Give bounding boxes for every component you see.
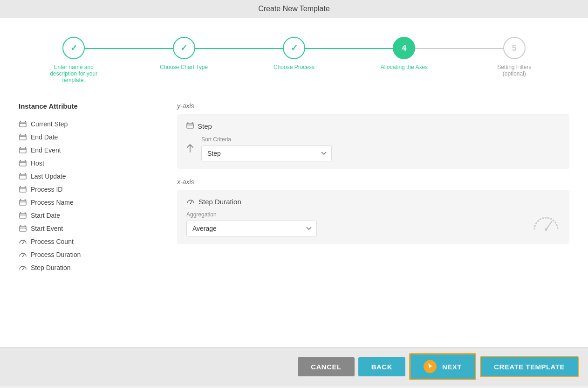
svg-point-13 xyxy=(190,203,191,204)
step-3-label: Choose Process xyxy=(273,64,315,70)
attr-process-count[interactable]: Process Count xyxy=(19,235,149,248)
step-2-label: Choose Chart Type xyxy=(160,64,208,70)
aggregation-label: Aggregation xyxy=(186,211,523,218)
step-4: 4 Allocating the Axes xyxy=(349,37,459,70)
step-1: ✓ Enter name and description for your te… xyxy=(19,37,129,83)
x-axis-card: Step Duration Aggregation Average Sum Mi… xyxy=(177,190,569,244)
svg-point-9 xyxy=(22,243,23,244)
stepper-active-line xyxy=(74,48,404,49)
y-axis-card-header: Step xyxy=(186,122,560,131)
attr-current-step[interactable]: Current Step xyxy=(19,118,149,131)
back-button[interactable]: BACK xyxy=(358,357,405,376)
step-4-circle: 4 xyxy=(393,37,415,59)
svg-rect-7 xyxy=(20,214,26,218)
svg-rect-1 xyxy=(20,135,26,140)
x-axis-card-header: Step Duration xyxy=(186,198,560,206)
instance-attribute-title: Instance Attribute xyxy=(19,102,149,110)
cube-icon-start-event xyxy=(19,224,27,233)
attr-host[interactable]: Host xyxy=(19,157,149,170)
y-axis-cube-icon xyxy=(186,122,194,131)
step-2-circle: ✓ xyxy=(173,37,195,59)
attr-end-event[interactable]: End Event xyxy=(19,144,149,157)
cube-icon-last-update xyxy=(19,172,27,180)
gauge-icon-process-count xyxy=(19,237,27,246)
attr-last-update[interactable]: Last Update xyxy=(19,170,149,183)
cube-icon-process-name xyxy=(19,198,27,207)
step-5: 5 Setting Filters (optional) xyxy=(459,37,569,77)
attr-process-duration[interactable]: Process Duration xyxy=(19,248,149,261)
step-5-label: Setting Filters (optional) xyxy=(486,64,542,77)
bottom-bar: CANCEL BACK NEXT CREATE TEMPLATE xyxy=(0,347,588,386)
attr-process-id-label: Process ID xyxy=(31,186,62,193)
step-5-circle: 5 xyxy=(503,37,526,59)
step-3-circle: ✓ xyxy=(283,37,305,59)
attr-last-update-label: Last Update xyxy=(31,173,66,180)
next-button-label: NEXT xyxy=(442,363,462,371)
svg-rect-6 xyxy=(20,201,26,205)
svg-point-14 xyxy=(545,228,547,231)
title-text: Create New Template xyxy=(258,5,330,13)
y-axis-card-body: Sort Criteria Step Count Duration xyxy=(186,136,560,161)
cancel-button[interactable]: CANCEL xyxy=(298,357,355,376)
svg-rect-12 xyxy=(187,124,193,128)
cube-icon-current-step xyxy=(19,120,27,128)
cube-icon-start-date xyxy=(19,211,27,220)
attr-process-count-label: Process Count xyxy=(31,238,74,245)
y-axis-card-name: Step xyxy=(198,122,212,130)
attr-end-date[interactable]: End Date xyxy=(19,131,149,144)
up-arrow-icon xyxy=(186,144,194,155)
cube-icon-end-date xyxy=(19,133,27,141)
left-panel: Instance Attribute Current Step xyxy=(19,102,149,274)
attr-start-event-label: Start Event xyxy=(31,225,63,232)
attr-end-date-label: End Date xyxy=(31,133,58,141)
stepper: ✓ Enter name and description for your te… xyxy=(19,28,569,97)
step-2: ✓ Choose Chart Type xyxy=(129,37,239,70)
gauge-icon-step-duration xyxy=(19,263,27,272)
step-2-check: ✓ xyxy=(180,43,187,53)
create-template-button[interactable]: CREATE TEMPLATE xyxy=(480,356,579,377)
next-button[interactable]: NEXT xyxy=(409,353,476,380)
gauge-icon-process-duration xyxy=(19,250,27,259)
attr-current-step-label: Current Step xyxy=(31,120,68,128)
sort-criteria-select[interactable]: Step Count Duration xyxy=(201,146,332,161)
right-panel: y-axis Step xyxy=(177,102,569,274)
x-axis-gauge-icon xyxy=(186,198,195,206)
attr-step-duration[interactable]: Step Duration xyxy=(19,261,149,274)
svg-rect-5 xyxy=(20,187,26,192)
aggregation-select[interactable]: Average Sum Min Max Count xyxy=(186,221,317,236)
svg-rect-0 xyxy=(20,122,26,127)
cube-icon-process-id xyxy=(19,185,27,194)
svg-point-10 xyxy=(22,256,23,257)
step-3-check: ✓ xyxy=(291,43,298,53)
cube-icon-end-event xyxy=(19,146,27,154)
x-axis-card-name: Step Duration xyxy=(198,198,241,206)
step-1-label: Enter name and description for your temp… xyxy=(46,64,102,83)
svg-rect-3 xyxy=(20,161,26,166)
cursor-icon xyxy=(424,360,437,373)
svg-rect-8 xyxy=(20,227,26,231)
attr-start-date-label: Start Date xyxy=(31,212,60,219)
sort-criteria-section: Sort Criteria Step Count Duration xyxy=(201,136,560,161)
attr-process-duration-label: Process Duration xyxy=(31,251,81,258)
step-4-number: 4 xyxy=(402,43,406,53)
attr-start-date[interactable]: Start Date xyxy=(19,209,149,222)
attr-start-event[interactable]: Start Event xyxy=(19,222,149,235)
attr-process-name-label: Process Name xyxy=(31,199,74,206)
body-layout: Instance Attribute Current Step xyxy=(19,97,569,274)
attr-process-name[interactable]: Process Name xyxy=(19,196,149,209)
sort-criteria-label: Sort Criteria xyxy=(201,136,560,143)
cube-icon-host xyxy=(19,159,27,167)
attr-process-id[interactable]: Process ID xyxy=(19,183,149,196)
svg-rect-2 xyxy=(20,148,26,153)
attr-host-label: Host xyxy=(31,159,44,167)
y-axis-label: y-axis xyxy=(177,102,569,110)
step-1-circle: ✓ xyxy=(62,37,85,59)
x-axis-info: Aggregation Average Sum Min Max Count xyxy=(186,211,523,236)
svg-point-11 xyxy=(22,269,23,270)
step-5-number: 5 xyxy=(512,43,517,53)
gauge-large-icon xyxy=(532,213,560,236)
step-4-label: Allocating the Axes xyxy=(381,64,428,70)
page-title: Create New Template xyxy=(0,0,588,18)
step-1-check: ✓ xyxy=(70,43,77,53)
step-3: ✓ Choose Process xyxy=(239,37,349,70)
